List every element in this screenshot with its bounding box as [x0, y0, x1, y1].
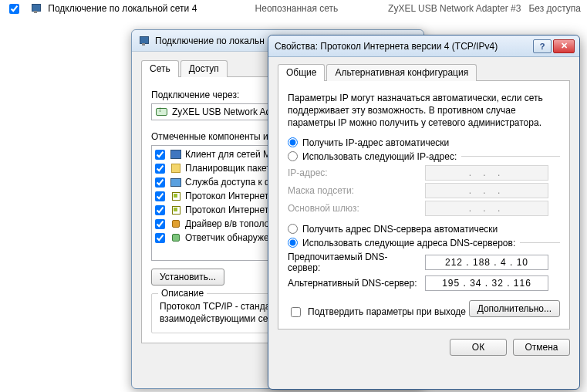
ok-button[interactable]: ОК [450, 339, 507, 356]
file-share-icon [170, 176, 182, 188]
description-title: Описание [158, 288, 207, 299]
radio-dns-auto-label: Получить адрес DNS-сервера автоматически [302, 224, 498, 235]
responder-icon [170, 231, 182, 244]
component-checkbox[interactable] [155, 191, 165, 201]
protocol-icon [170, 190, 182, 202]
intro-text: Параметры IP могут назначаться автоматич… [288, 92, 560, 130]
radio-dns-auto[interactable] [288, 224, 298, 234]
connection-name: Подключение по локальной сети 4 [48, 3, 247, 14]
connection-device: ZyXEL USB Network Adapter #3 [388, 3, 521, 14]
alternate-dns-label: Альтернативный DNS-сервер: [288, 278, 419, 289]
component-label: Драйвер в/в тополо [185, 218, 269, 229]
cancel-button[interactable]: Отмена [513, 339, 570, 356]
connection-status: Неопознанная сеть [255, 3, 380, 14]
divider [520, 242, 560, 243]
radio-ip-manual-label: Использовать следующий IP-адрес: [302, 151, 457, 162]
radio-ip-auto-label: Получить IP-адрес автоматически [302, 137, 449, 148]
tab-alt-config[interactable]: Альтернативная конфигурация [326, 64, 477, 81]
ipv4-title: Свойства: Протокол Интернета версии 4 (T… [275, 41, 528, 52]
driver-icon [170, 218, 182, 230]
preferred-dns-label: Предпочитаемый DNS-сервер: [288, 252, 419, 273]
alternate-dns-field[interactable]: 195 . 34 . 32 . 116 [425, 275, 548, 291]
client-icon [170, 148, 182, 161]
ipv4-properties-dialog: Свойства: Протокол Интернета версии 4 (T… [268, 35, 580, 390]
validate-on-exit-label: Подтвердить параметры при выходе [308, 306, 466, 317]
radio-dns-manual-label: Использовать следующие адреса DNS-сервер… [302, 238, 515, 248]
radio-ip-auto[interactable] [288, 137, 298, 147]
help-button[interactable]: ? [533, 39, 552, 53]
network-adapter-icon [30, 2, 40, 15]
component-label: Протокол Интернета [185, 191, 274, 201]
component-checkbox[interactable] [155, 233, 165, 243]
validate-on-exit-checkbox[interactable] [291, 307, 301, 317]
protocol-icon [170, 204, 182, 216]
component-checkbox[interactable] [155, 205, 165, 215]
divider [461, 156, 560, 157]
component-checkbox[interactable] [155, 150, 165, 160]
ipv4-titlebar[interactable]: Свойства: Протокол Интернета версии 4 (T… [268, 35, 579, 57]
tab-access[interactable]: Доступ [180, 60, 228, 77]
adapter-name: ZyXEL USB Network Ad [172, 106, 271, 117]
install-button[interactable]: Установить... [151, 269, 224, 286]
component-checkbox[interactable] [155, 219, 165, 229]
close-button[interactable]: ✕ [553, 39, 575, 53]
network-adapter-icon [138, 35, 150, 47]
gateway-label: Основной шлюз: [288, 203, 419, 214]
component-label: Служба доступа к фа [185, 177, 278, 188]
tab-general[interactable]: Общие [278, 64, 325, 81]
component-label: Клиент для сетей Mi [185, 149, 273, 160]
ip-address-field: . . . [425, 165, 548, 181]
ipv4-tabs: Общие Альтернативная конфигурация [278, 63, 570, 81]
gateway-field: . . . [425, 201, 548, 216]
component-checkbox[interactable] [155, 177, 165, 188]
advanced-button[interactable]: Дополнительно... [469, 300, 560, 317]
connection-access: Без доступа [528, 3, 581, 14]
component-checkbox[interactable] [155, 164, 165, 174]
scheduler-icon [170, 162, 182, 174]
connections-list-row[interactable]: Подключение по локальной сети 4 Неопозна… [0, 0, 587, 17]
radio-dns-manual[interactable] [288, 238, 298, 248]
subnet-mask-label: Маска подсети: [288, 185, 419, 196]
adapter-icon [155, 106, 167, 118]
component-label: Планировщик пакет [185, 163, 271, 174]
radio-ip-manual[interactable] [288, 151, 298, 161]
connection-checkbox[interactable] [9, 4, 19, 14]
ip-address-label: IP-адрес: [288, 167, 419, 178]
component-label: Ответчик обнаружен [185, 232, 274, 243]
subnet-mask-field: . . . [425, 183, 548, 198]
preferred-dns-field[interactable]: 212 . 188 . 4 . 10 [425, 255, 548, 270]
tab-network[interactable]: Сеть [141, 60, 179, 77]
adapter-properties-title: Подключение по локальн [155, 35, 265, 46]
component-label: Протокол Интернета [185, 204, 274, 215]
